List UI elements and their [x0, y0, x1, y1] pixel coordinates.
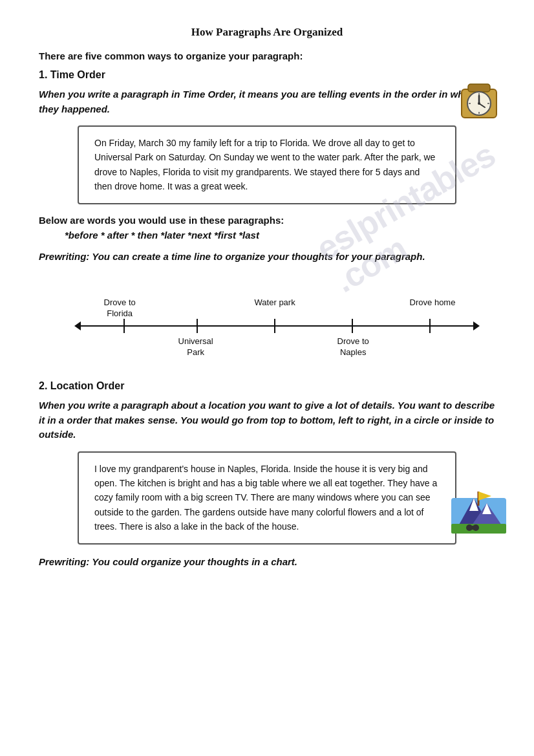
prewriting-text-2: Prewriting: You could organize your thou…	[39, 555, 495, 570]
tick-5	[429, 319, 431, 333]
svg-rect-1	[468, 84, 490, 92]
tick-2	[197, 319, 198, 333]
section1-heading: 1. Time Order	[39, 69, 495, 81]
timeline-label-drove-florida: Drove toFlorida	[104, 297, 136, 319]
section1-description: When you write a paragraph in Time Order…	[39, 87, 495, 116]
tick-3	[274, 319, 275, 333]
section2-description: When you write a paragraph about a locat…	[39, 398, 495, 442]
page-title: How Paragraphs Are Organized	[39, 26, 495, 39]
tick-4	[352, 319, 353, 333]
timeline-label-drove-naples: Drove toNaples	[337, 336, 369, 358]
clock-icon	[456, 78, 502, 123]
example-box-2-text: I love my grandparent's house in Naples,…	[94, 464, 437, 532]
words-label: Below are words you would use in these p…	[39, 215, 495, 226]
timeline: Drove toFlorida Water park Drove home Un…	[39, 277, 495, 367]
timeline-label-universal: UniversalPark	[178, 336, 213, 358]
prewriting-text-1: Prewriting: You can create a time line t…	[39, 250, 495, 265]
timeline-arrow-left	[74, 321, 81, 330]
example-box-1: On Friday, March 30 my family left for a…	[78, 125, 456, 204]
timeline-label-water-park: Water park	[255, 297, 295, 308]
svg-rect-20	[469, 526, 476, 530]
svg-point-5	[478, 102, 480, 105]
timeline-arrow-right	[473, 321, 480, 330]
intro-text: There are five common ways to organize y…	[39, 50, 495, 61]
example-box-2: I love my grandparent's house in Naples,…	[78, 451, 456, 545]
timeline-label-drove-home: Drove home	[410, 297, 456, 308]
timeline-line	[78, 325, 476, 327]
words-list: *before * after * then *later *next *fir…	[39, 230, 495, 241]
section2-heading: 2. Location Order	[39, 380, 495, 392]
example-box-1-text: On Friday, March 30 my family left for a…	[94, 138, 435, 191]
mountain-icon	[451, 479, 503, 530]
tick-1	[123, 319, 125, 333]
